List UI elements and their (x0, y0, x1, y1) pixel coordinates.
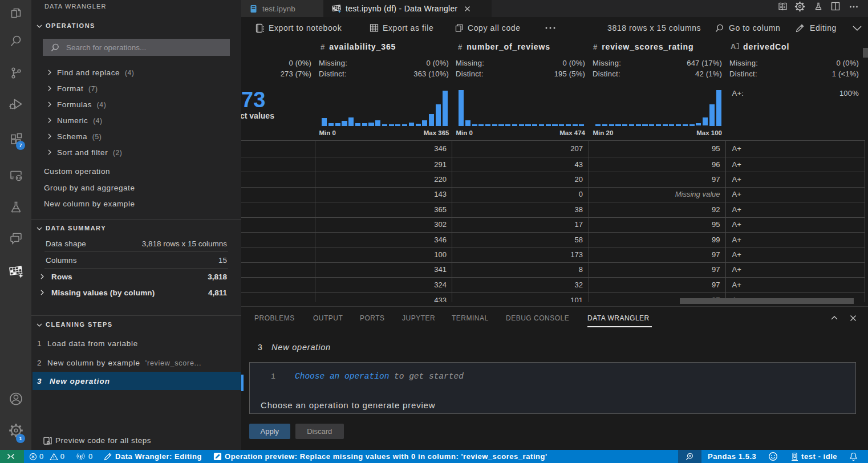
svg-text:A: A (731, 42, 736, 51)
